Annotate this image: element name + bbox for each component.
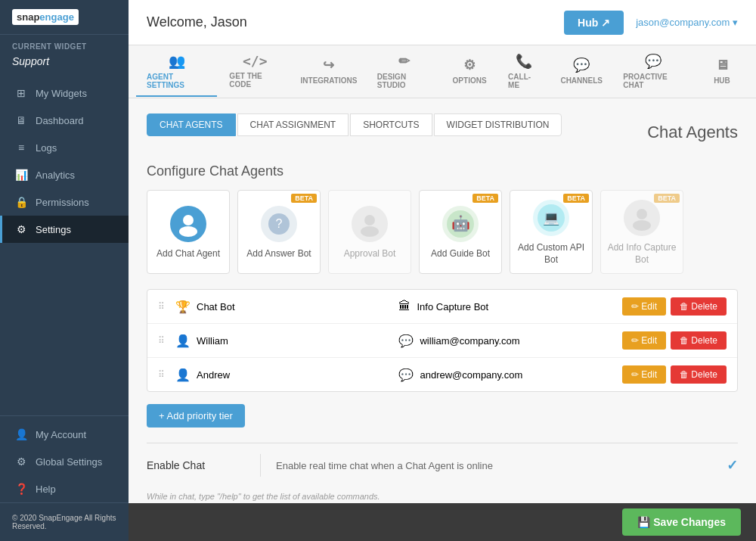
hub-tab-icon: 🖥 <box>715 58 729 73</box>
svg-text:?: ? <box>276 217 283 230</box>
sub-tab-shortcuts[interactable]: SHORTCUTS <box>350 113 432 136</box>
tab-integrations[interactable]: ↪ INTEGRATIONS <box>293 51 365 92</box>
tab-bar: 👥 AGENT SETTINGS </> GET THE CODE ↪ INTE… <box>129 45 756 98</box>
tab-label: CALL-ME <box>508 73 540 89</box>
approval-bot-card: Approval Bot <box>328 190 411 274</box>
agent-name: Andrew <box>197 369 230 381</box>
delete-button[interactable]: 🗑 Delete <box>671 297 727 316</box>
sidebar-item-settings[interactable]: ⚙ Settings <box>0 216 129 243</box>
page-title: Chat Agents <box>647 123 738 142</box>
approval-bot-icon <box>352 206 388 242</box>
edit-button[interactable]: ✏ Edit <box>622 297 666 316</box>
sidebar-item-permissions[interactable]: 🔒 Permissions <box>0 188 129 216</box>
row-actions: ✏ Edit 🗑 Delete <box>622 365 727 384</box>
sidebar-item-logs[interactable]: ≡ Logs <box>0 134 129 161</box>
delete-button[interactable]: 🗑 Delete <box>671 365 727 384</box>
add-chat-agent-card[interactable]: Add Chat Agent <box>147 190 230 274</box>
hub-button[interactable]: Hub ↗ <box>564 11 624 35</box>
sub-tab-chat-agents[interactable]: CHAT AGENTS <box>147 113 236 136</box>
tab-channels[interactable]: 💬 CHANNELS <box>552 51 611 92</box>
sidebar-nav: ⊞ My Widgets 🖥 Dashboard ≡ Logs 📊 Analyt… <box>0 75 129 415</box>
sidebar-item-global-settings[interactable]: ⚙ Global Settings <box>0 448 129 475</box>
add-guide-bot-card[interactable]: BETA 🤖 Add Guide Bot <box>419 190 502 274</box>
delete-button[interactable]: 🗑 Delete <box>671 331 727 350</box>
sidebar-item-label: Help <box>36 483 56 495</box>
add-priority-tier-button[interactable]: + Add priority tier <box>147 404 245 428</box>
svg-point-5 <box>361 226 379 237</box>
design-studio-tab-icon: ✏ <box>398 53 410 70</box>
chat-bot-icon: 🏆 <box>175 300 191 314</box>
tab-options[interactable]: ⚙ OPTIONS <box>443 51 496 92</box>
sidebar: snapengage CURRENT WIDGET Support ⊞ My W… <box>0 0 129 541</box>
sidebar-item-help[interactable]: ❓ Help <box>0 475 129 502</box>
sidebar-item-my-account[interactable]: 👤 My Account <box>0 421 129 448</box>
add-answer-bot-card[interactable]: BETA ? Add Answer Bot <box>237 190 321 274</box>
logo-area: snapengage <box>0 0 129 35</box>
integrations-tab-icon: ↪ <box>323 57 334 73</box>
svg-text:💻: 💻 <box>543 210 560 226</box>
enable-chat-row: Enable Chat Enable real time chat when a… <box>147 443 738 487</box>
enable-chat-label: Enable Chat <box>147 459 245 471</box>
svg-point-0 <box>183 215 194 225</box>
answer-bot-icon: ? <box>261 206 297 242</box>
help-icon: ❓ <box>14 483 28 495</box>
sidebar-item-label: My Account <box>36 429 86 440</box>
tab-proactive-chat[interactable]: 💬 PROACTIVE CHAT <box>612 47 694 97</box>
sidebar-item-my-widgets[interactable]: ⊞ My Widgets <box>0 79 129 107</box>
tab-hub[interactable]: 🖥 HUB <box>696 51 748 92</box>
agent-name-cell: 👤 William <box>175 334 391 348</box>
widgets-icon: ⊞ <box>14 87 28 99</box>
current-widget-label: CURRENT WIDGET <box>0 35 129 54</box>
edit-button[interactable]: ✏ Edit <box>622 331 666 350</box>
welcome-text: Welcome, Jason <box>147 14 247 30</box>
table-row: ⠿ 👤 William 💬 william@company.com ✏ Edit… <box>147 324 737 358</box>
header: Welcome, Jason Hub ↗ jason@company.com ▾ <box>129 0 756 45</box>
agent-settings-tab-icon: 👥 <box>169 53 185 70</box>
proactive-chat-tab-icon: 💬 <box>645 53 662 70</box>
sidebar-item-label: Global Settings <box>36 456 102 468</box>
custom-api-bot-card-label: Add Custom API Bot <box>516 242 586 266</box>
sub-tab-chat-assignment[interactable]: CHAT ASSIGNMENT <box>237 113 349 136</box>
channels-tab-icon: 💬 <box>573 57 590 73</box>
william-email-icon: 💬 <box>398 334 414 348</box>
configure-title: Configure Chat Agents <box>147 163 738 179</box>
sidebar-bottom-nav: 👤 My Account ⚙ Global Settings ❓ Help <box>0 415 129 502</box>
sidebar-item-analytics[interactable]: 📊 Analytics <box>0 161 129 188</box>
tab-design-studio[interactable]: ✏ DESIGN STUDIO <box>367 47 442 97</box>
sidebar-item-label: Logs <box>36 142 57 154</box>
william-avatar-icon: 👤 <box>175 334 191 348</box>
guide-bot-card-label: Add Guide Bot <box>431 248 490 260</box>
custom-api-bot-beta-badge: BETA <box>563 194 589 203</box>
user-email[interactable]: jason@company.com ▾ <box>636 17 738 28</box>
tab-label: PROACTIVE CHAT <box>623 73 683 89</box>
drag-handle-icon[interactable]: ⠿ <box>158 301 165 312</box>
agent-email: Info Capture Bot <box>417 301 488 312</box>
logo: snapengage <box>12 9 79 25</box>
table-row: ⠿ 👤 Andrew 💬 andrew@company.com ✏ Edit 🗑… <box>147 358 737 391</box>
tab-get-the-code[interactable]: </> GET THE CODE <box>218 47 291 96</box>
options-tab-icon: ⚙ <box>463 57 476 73</box>
tab-call-me[interactable]: 📞 CALL-ME <box>497 47 550 97</box>
sidebar-footer: © 2020 SnapEngage All Rights Reserved. <box>0 502 129 541</box>
drag-handle-icon[interactable]: ⠿ <box>158 369 165 380</box>
account-icon: 👤 <box>14 428 28 440</box>
sub-tab-widget-distribution[interactable]: WIDGET DISTRIBUTION <box>434 113 562 136</box>
sidebar-item-dashboard[interactable]: 🖥 Dashboard <box>0 107 129 134</box>
agent-email-cell: 💬 andrew@company.com <box>398 368 614 382</box>
tab-label: AGENT SETTINGS <box>147 73 206 89</box>
chat-agent-card-label: Add Chat Agent <box>156 248 220 260</box>
svg-text:🤖: 🤖 <box>451 214 470 232</box>
tab-agent-settings[interactable]: 👥 AGENT SETTINGS <box>136 47 217 97</box>
add-custom-api-bot-card[interactable]: BETA 💻 Add Custom API Bot <box>510 190 593 274</box>
drag-handle-icon[interactable]: ⠿ <box>158 335 165 346</box>
edit-button[interactable]: ✏ Edit <box>622 365 666 384</box>
save-changes-button[interactable]: 💾 Save Changes <box>622 508 741 536</box>
custom-api-bot-icon: 💻 <box>533 200 569 236</box>
guide-bot-beta-badge: BETA <box>472 194 498 203</box>
add-info-capture-bot-card: BETA Add Info Capture Bot <box>600 190 683 274</box>
call-me-tab-icon: 📞 <box>516 53 532 70</box>
chat-agent-icon <box>170 206 206 242</box>
agent-email-cell: 🏛 Info Capture Bot <box>398 300 614 313</box>
andrew-avatar-icon: 👤 <box>175 368 191 382</box>
enable-chat-checkmark-icon[interactable]: ✓ <box>727 457 738 474</box>
